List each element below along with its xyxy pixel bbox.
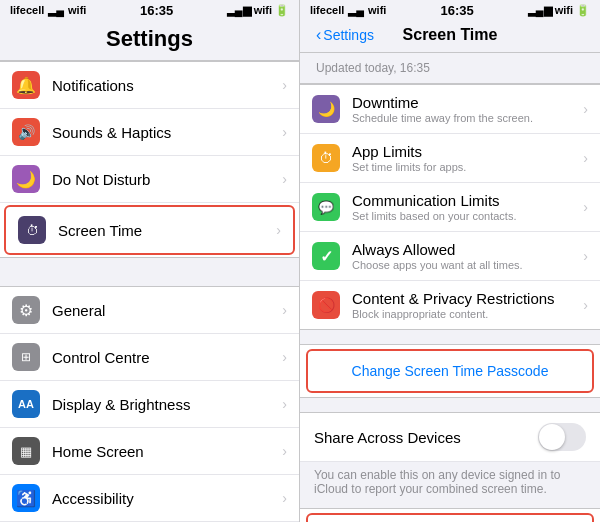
chevron-control: ›: [282, 349, 287, 365]
screen-time-label: Screen Time: [58, 222, 272, 239]
left-status-right: ▂▄▆ wifi 🔋: [227, 4, 289, 17]
settings-row-display[interactable]: AA Display & Brightness ›: [0, 381, 299, 428]
toggle-knob: [539, 424, 565, 450]
settings-row-change-passcode[interactable]: Change Screen Time Passcode: [306, 349, 594, 393]
downtime-subtitle: Schedule time away from the screen.: [352, 112, 579, 124]
chevron-accessibility: ›: [282, 490, 287, 506]
share-label: Share Across Devices: [314, 429, 538, 446]
always-allowed-text-block: Always Allowed Choose apps you want at a…: [352, 241, 579, 271]
left-screen-header: Settings: [0, 20, 299, 61]
share-toggle[interactable]: [538, 423, 586, 451]
settings-group-2: ⚙ General › ⊞ Control Centre › AA Displa…: [0, 286, 299, 522]
chevron-content-privacy: ›: [583, 297, 588, 313]
content-privacy-label: Content & Privacy Restrictions: [352, 290, 579, 307]
home-icon: ▦: [12, 437, 40, 465]
settings-row-accessibility[interactable]: ♿ Accessibility ›: [0, 475, 299, 522]
chevron-dnd: ›: [282, 171, 287, 187]
time-right: 16:35: [441, 3, 474, 18]
signal-r2-icon: ▂▄▆: [528, 4, 552, 17]
settings-row-app-limits[interactable]: ⏱ App Limits Set time limits for apps. ›: [300, 134, 600, 183]
downtime-text-block: Downtime Schedule time away from the scr…: [352, 94, 579, 124]
chevron-home: ›: [282, 443, 287, 459]
battery-r2-icon: 🔋: [576, 4, 590, 17]
chevron-communication: ›: [583, 199, 588, 215]
settings-row-downtime[interactable]: 🌙 Downtime Schedule time away from the s…: [300, 85, 600, 134]
chevron-display: ›: [282, 396, 287, 412]
accessibility-icon: ♿: [12, 484, 40, 512]
screen-time-group: 🌙 Downtime Schedule time away from the s…: [300, 84, 600, 330]
general-label: General: [52, 302, 278, 319]
divider-right-2: [300, 398, 600, 412]
wifi-icon: wifi: [68, 4, 86, 16]
sounds-icon: 🔊: [12, 118, 40, 146]
wifi-right-icon: wifi: [254, 4, 272, 16]
turn-off-section: Turn Off Screen Time: [300, 508, 600, 522]
carrier-left: lifecell: [10, 4, 44, 16]
app-limits-label: App Limits: [352, 143, 579, 160]
communication-subtitle: Set limits based on your contacts.: [352, 210, 579, 222]
always-allowed-subtitle: Choose apps you want at all times.: [352, 259, 579, 271]
chevron-app-limits: ›: [583, 150, 588, 166]
wifi-right2-icon: wifi: [368, 4, 386, 16]
settings-row-notifications[interactable]: 🔔 Notifications ›: [0, 62, 299, 109]
content-privacy-icon: 🚫: [312, 291, 340, 319]
time-left: 16:35: [140, 3, 173, 18]
control-label: Control Centre: [52, 349, 278, 366]
settings-group-1: 🔔 Notifications › 🔊 Sounds & Haptics › 🌙…: [0, 61, 299, 258]
always-allowed-label: Always Allowed: [352, 241, 579, 258]
settings-row-general[interactable]: ⚙ General ›: [0, 287, 299, 334]
right-settings-list: Updated today, 16:35 🌙 Downtime Schedule…: [300, 53, 600, 522]
back-chevron-icon: ‹: [316, 26, 321, 44]
display-icon: AA: [12, 390, 40, 418]
settings-row-screen-time[interactable]: ⏱ Screen Time ›: [4, 205, 295, 255]
settings-row-sounds[interactable]: 🔊 Sounds & Haptics ›: [0, 109, 299, 156]
dnd-label: Do Not Disturb: [52, 171, 278, 188]
communication-label: Communication Limits: [352, 192, 579, 209]
right-status-bar: lifecell ▂▄ wifi 16:35 ▂▄▆ wifi 🔋: [300, 0, 600, 20]
back-button[interactable]: ‹ Settings: [316, 26, 374, 44]
right-header: ‹ Settings Screen Time: [300, 20, 600, 53]
share-description: You can enable this on any device signed…: [300, 462, 600, 508]
right-status-right: ▂▄▆ wifi 🔋: [528, 4, 590, 17]
signal-icon: ▂▄: [48, 4, 64, 17]
divider-right-1: [300, 330, 600, 344]
app-limits-subtitle: Set time limits for apps.: [352, 161, 579, 173]
settings-row-content-privacy[interactable]: 🚫 Content & Privacy Restrictions Block i…: [300, 281, 600, 329]
settings-row-control[interactable]: ⊞ Control Centre ›: [0, 334, 299, 381]
chevron-notifications: ›: [282, 77, 287, 93]
general-icon: ⚙: [12, 296, 40, 324]
display-label: Display & Brightness: [52, 396, 278, 413]
chevron-sounds: ›: [282, 124, 287, 140]
control-icon: ⊞: [12, 343, 40, 371]
settings-row-dnd[interactable]: 🌙 Do Not Disturb ›: [0, 156, 299, 203]
chevron-screen-time: ›: [276, 222, 281, 238]
settings-row-communication[interactable]: 💬 Communication Limits Set limits based …: [300, 183, 600, 232]
screen-time-icon: ⏱: [18, 216, 46, 244]
left-status-left: lifecell ▂▄ wifi: [10, 4, 86, 17]
battery-icon: 🔋: [275, 4, 289, 17]
left-status-bar: lifecell ▂▄ wifi 16:35 ▂▄▆ wifi 🔋: [0, 0, 299, 20]
chevron-general: ›: [282, 302, 287, 318]
content-privacy-text-block: Content & Privacy Restrictions Block ina…: [352, 290, 579, 320]
wifi-r2-icon: wifi: [555, 4, 573, 16]
signal-right-icon: ▂▄▆: [227, 4, 251, 17]
downtime-label: Downtime: [352, 94, 579, 111]
carrier-right: lifecell: [310, 4, 344, 16]
dnd-icon: 🌙: [12, 165, 40, 193]
notifications-icon: 🔔: [12, 71, 40, 99]
share-across-row[interactable]: Share Across Devices: [300, 413, 600, 462]
always-allowed-icon: ✓: [312, 242, 340, 270]
settings-row-turn-off[interactable]: Turn Off Screen Time: [306, 513, 594, 522]
settings-row-always-allowed[interactable]: ✓ Always Allowed Choose apps you want at…: [300, 232, 600, 281]
content-privacy-subtitle: Block inappropriate content.: [352, 308, 579, 320]
accessibility-label: Accessibility: [52, 490, 278, 507]
share-section: Share Across Devices: [300, 412, 600, 462]
settings-row-home[interactable]: ▦ Home Screen ›: [0, 428, 299, 475]
downtime-icon: 🌙: [312, 95, 340, 123]
app-limits-text-block: App Limits Set time limits for apps.: [352, 143, 579, 173]
communication-icon: 💬: [312, 193, 340, 221]
right-panel: lifecell ▂▄ wifi 16:35 ▂▄▆ wifi 🔋 ‹ Sett…: [300, 0, 600, 522]
chevron-downtime: ›: [583, 101, 588, 117]
app-limits-icon: ⏱: [312, 144, 340, 172]
change-passcode-label: Change Screen Time Passcode: [320, 363, 580, 379]
